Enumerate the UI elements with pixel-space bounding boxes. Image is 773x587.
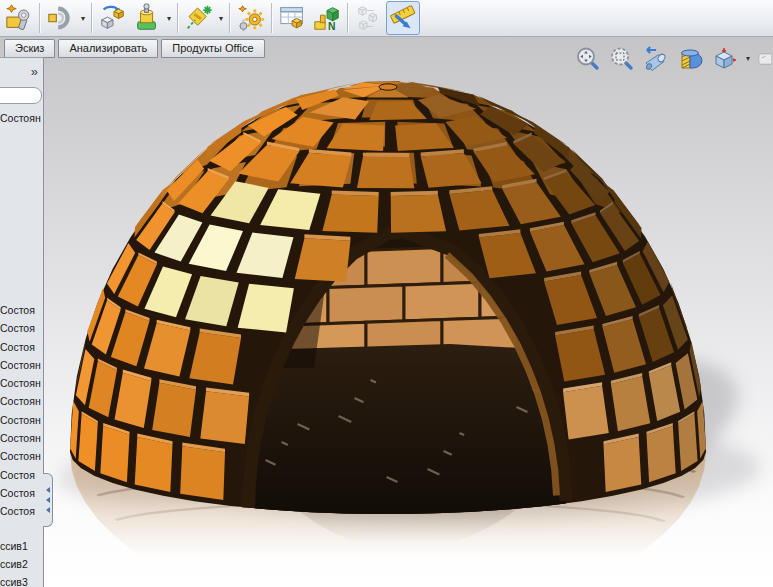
mate-icon [46, 3, 76, 33]
new-motion-study-button[interactable]: N [310, 1, 344, 35]
display-style-button[interactable] [758, 44, 771, 73]
display-style-icon [758, 46, 771, 72]
tree-item-pattern[interactable]: ссив3 [0, 573, 28, 587]
panel-collapse-handle[interactable] [43, 473, 53, 527]
insert-component-button[interactable] [2, 1, 36, 35]
command-manager-tabs: Эскиз Анализировать Продукты Office [4, 39, 265, 58]
solidworks-window: ▾ ▾ [0, 0, 773, 587]
exploded-view-button [352, 1, 386, 35]
section-view-icon [676, 45, 704, 73]
smart-fastener-dropdown-arrow[interactable]: ▾ [216, 14, 226, 23]
tree-pattern-list: ссив1ссив2ссив3 [0, 537, 28, 587]
tree-item-state[interactable]: Состоян [0, 356, 41, 374]
section-view-button[interactable] [675, 44, 704, 73]
insert-component-icon [4, 3, 34, 33]
tab-sketch[interactable]: Эскиз [4, 39, 55, 58]
tree-item-state[interactable]: Состоян [0, 447, 41, 465]
tree-item-pattern[interactable]: ссив2 [0, 555, 28, 573]
main-toolbar: ▾ ▾ [0, 0, 773, 37]
toolbar-separator [347, 3, 349, 33]
toolbar-separator [39, 3, 41, 33]
zoom-to-fit-icon [574, 45, 602, 73]
tree-item-state[interactable]: Состоя [0, 301, 41, 319]
tree-item-state[interactable]: Состоян [0, 429, 41, 447]
instant3d-icon [388, 3, 418, 33]
move-component-icon [98, 3, 128, 33]
svg-text:N: N [328, 21, 335, 32]
hole-wizard-icon [132, 3, 162, 33]
tree-item-state[interactable]: Состоя [0, 338, 41, 356]
toolbar-separator [229, 3, 231, 33]
zoom-to-area-icon [608, 45, 636, 73]
smart-fastener-icon [184, 3, 214, 33]
toolbar-separator [271, 3, 273, 33]
hole-wizard-dropdown-arrow[interactable]: ▾ [164, 14, 174, 23]
tree-item-state[interactable]: Состоян [0, 392, 41, 410]
move-component-button[interactable] [96, 1, 130, 35]
tree-item-state[interactable]: Состоя [0, 502, 41, 520]
mate-button[interactable] [44, 1, 78, 35]
zoom-to-fit-button[interactable] [573, 44, 602, 73]
hole-wizard-button[interactable] [130, 1, 164, 35]
headsup-view-toolbar: ▾ [573, 44, 771, 73]
tree-item-state[interactable]: Состоя [0, 319, 41, 337]
tree-item-state[interactable]: Состоян [0, 374, 41, 392]
toolbar-separator [91, 3, 93, 33]
tree-item-state[interactable]: Состоян [0, 411, 41, 429]
zoom-to-area-button[interactable] [607, 44, 636, 73]
graphics-area: Эскиз Анализировать Продукты Office [0, 37, 773, 587]
smart-fastener-button[interactable] [182, 1, 216, 35]
view-orientation-icon [710, 45, 738, 73]
tree-item-state[interactable]: Состоян [0, 109, 41, 127]
tree-item-pattern[interactable]: ссив1 [0, 537, 28, 555]
collapse-arrow-icon [46, 507, 50, 513]
mate-dropdown-arrow[interactable]: ▾ [78, 14, 88, 23]
view-orientation-button[interactable] [709, 44, 738, 73]
tree-item-state[interactable]: Состоя [0, 466, 41, 484]
collapse-arrow-icon [46, 487, 50, 493]
new-motion-study-icon: N [312, 3, 342, 33]
tab-evaluate[interactable]: Анализировать [58, 39, 158, 58]
motion-gears-button[interactable] [234, 1, 268, 35]
bill-of-materials-button[interactable] [276, 1, 310, 35]
previous-view-button[interactable] [641, 44, 670, 73]
tab-office-products[interactable]: Продукты Office [161, 39, 264, 58]
toolbar-separator [177, 3, 179, 33]
instant3d-button[interactable] [386, 1, 420, 35]
feature-manager-panel: » Состоян СостояСостояСостояСостоянСосто… [0, 57, 44, 587]
tree-item-state[interactable]: Состоя [0, 484, 41, 502]
viewport-3d-model[interactable] [0, 37, 773, 587]
exploded-view-icon [354, 3, 384, 33]
motion-gears-icon [236, 3, 266, 33]
feature-search-input[interactable] [0, 87, 42, 104]
tree-state-list: СостояСостояСостояСостоянСостоянСостоянС… [0, 301, 41, 521]
bill-of-materials-icon [278, 3, 308, 33]
expand-panel-chevron[interactable]: » [31, 64, 38, 79]
collapse-arrow-icon [46, 497, 50, 503]
previous-view-icon [642, 45, 670, 73]
view-orientation-dropdown-arrow[interactable]: ▾ [743, 54, 753, 63]
